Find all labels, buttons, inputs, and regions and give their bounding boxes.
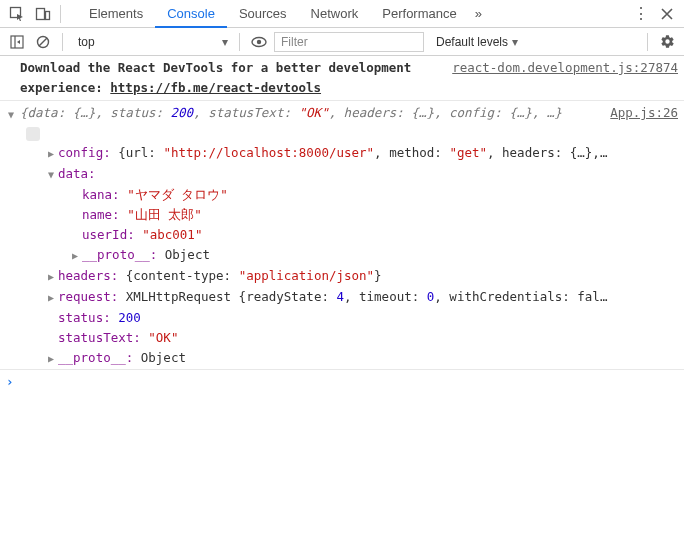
kebab-menu-icon[interactable]: ⋮	[630, 3, 652, 25]
svg-rect-2	[46, 11, 50, 19]
filter-input[interactable]	[274, 32, 424, 52]
object-summary[interactable]: {data: {…}, status: 200, statusText: "OK…	[20, 103, 610, 123]
tab-network[interactable]: Network	[299, 0, 371, 28]
live-expression-icon[interactable]	[248, 31, 270, 53]
tree-row-data-kana[interactable]: kana: "ヤマダ タロウ"	[72, 185, 678, 205]
tree-row-status[interactable]: status: 200	[48, 308, 678, 328]
divider	[62, 33, 63, 51]
console-message-object: App.js:26 ▼ {data: {…}, status: 200, sta…	[0, 101, 684, 369]
console-sidebar-toggle-icon[interactable]	[6, 31, 28, 53]
context-label: top	[78, 35, 222, 49]
expand-toggle-icon[interactable]: ▶	[48, 144, 58, 164]
tabs-overflow[interactable]: »	[469, 0, 488, 28]
tree-row-headers[interactable]: ▶headers: {content-type: "application/js…	[48, 266, 678, 287]
chevron-down-icon: ▾	[222, 35, 228, 49]
inspect-element-icon[interactable]	[6, 3, 28, 25]
svg-rect-1	[37, 8, 45, 19]
console-settings-icon[interactable]	[656, 31, 678, 53]
divider	[60, 5, 61, 23]
tree-row-data-userid[interactable]: userId: "abc001"	[72, 225, 678, 245]
expand-toggle-icon[interactable]: ▶	[72, 246, 82, 266]
tree-row-config[interactable]: ▶config: {url: "http://localhost:8000/us…	[48, 143, 678, 164]
expand-toggle-icon[interactable]: ▶	[48, 288, 58, 308]
chevron-down-icon: ▾	[512, 35, 518, 49]
console-message-devtools: react-dom.development.js:27874 Download …	[0, 56, 684, 101]
tab-performance[interactable]: Performance	[370, 0, 468, 28]
execution-context-selector[interactable]: top ▾	[71, 32, 231, 52]
tab-console[interactable]: Console	[155, 0, 227, 28]
console-input-prompt[interactable]: ›	[6, 372, 678, 392]
clear-console-icon[interactable]	[32, 31, 54, 53]
close-devtools-icon[interactable]	[656, 3, 678, 25]
tab-elements[interactable]: Elements	[77, 0, 155, 28]
tree-row-data[interactable]: ▼data:	[48, 164, 678, 185]
log-levels-label: Default levels	[436, 35, 508, 49]
devtools-link[interactable]: https://fb.me/react-devtools	[110, 80, 321, 95]
tree-row-data-name[interactable]: name: "山田 太郎"	[72, 205, 678, 225]
expand-toggle-icon[interactable]: ▶	[48, 349, 58, 369]
tab-sources[interactable]: Sources	[227, 0, 299, 28]
object-tree: ▶config: {url: "http://localhost:8000/us…	[20, 143, 678, 369]
svg-point-8	[257, 39, 261, 43]
svg-line-6	[39, 38, 47, 46]
device-toolbar-icon[interactable]	[32, 3, 54, 25]
tree-row-statustext[interactable]: statusText: "OK"	[48, 328, 678, 348]
tree-row-request[interactable]: ▶request: XMLHttpRequest {readyState: 4,…	[48, 287, 678, 308]
tree-row-data-proto[interactable]: ▶__proto__: Object	[72, 245, 678, 266]
source-location-link[interactable]: react-dom.development.js:27874	[452, 58, 678, 78]
chevron-right-icon: ›	[6, 374, 14, 389]
info-badge-icon	[26, 127, 40, 141]
expand-toggle-icon[interactable]: ▼	[48, 165, 58, 185]
source-location-link[interactable]: App.js:26	[610, 103, 678, 123]
tree-row-proto[interactable]: ▶__proto__: Object	[48, 348, 678, 369]
expand-toggle-icon[interactable]: ▼	[8, 105, 14, 125]
divider	[239, 33, 240, 51]
expand-toggle-icon[interactable]: ▶	[48, 267, 58, 287]
divider	[647, 33, 648, 51]
log-levels-selector[interactable]: Default levels ▾	[436, 35, 518, 49]
